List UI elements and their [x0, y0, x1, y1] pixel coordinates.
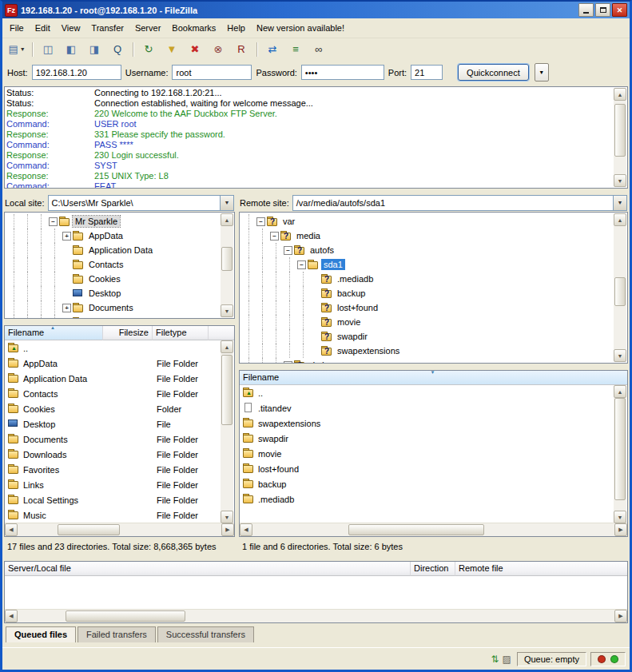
scroll-right-button[interactable]: ▶: [221, 523, 234, 536]
remote-tree-item-sda1[interactable]: −sda1: [240, 257, 613, 272]
scroll-up-button[interactable]: ▲: [614, 213, 626, 226]
remote-file-row-mediadb[interactable]: .mediadb: [240, 491, 614, 507]
local-file-row-music[interactable]: MusicFile Folder: [5, 507, 221, 523]
remote-tree-item-lost-found[interactable]: ?lost+found: [240, 300, 613, 315]
scroll-down-button[interactable]: ▼: [221, 511, 233, 523]
directory-comparison-button[interactable]: ⇄: [261, 40, 284, 59]
scroll-track[interactable]: [18, 523, 221, 536]
filter-button[interactable]: ▼: [161, 40, 183, 59]
vertical-scrollbar[interactable]: ▲▼: [614, 88, 626, 187]
toggle-local-tree-button[interactable]: ◧: [60, 40, 82, 59]
local-tree-item-downloads[interactable]: +Downloads: [6, 315, 220, 319]
remote-tree-item-var[interactable]: −?var: [240, 214, 613, 229]
expander-minus-icon[interactable]: −: [283, 246, 293, 255]
find-files-button[interactable]: ∞: [308, 40, 330, 59]
local-tree-item-documents[interactable]: +Documents: [6, 300, 220, 315]
vertical-scrollbar[interactable]: ▲▼: [221, 213, 233, 317]
quickconnect-dropdown-button[interactable]: ▼: [535, 63, 549, 82]
local-file-row-local-settings[interactable]: Local SettingsFile Folder: [5, 492, 221, 507]
tab-successful-transfers[interactable]: Successful transfers: [157, 626, 254, 642]
menu-item-edit[interactable]: Edit: [30, 21, 56, 35]
local-file-row-application-data[interactable]: Application DataFile Folder: [5, 371, 221, 386]
local-file-row-documents[interactable]: DocumentsFile Folder: [5, 431, 221, 447]
local-tree-item-application-data[interactable]: Application Data: [6, 243, 220, 257]
column-header-server-local-file[interactable]: Server/Local file: [5, 562, 411, 576]
expander-plus-icon[interactable]: +: [62, 318, 72, 320]
column-header-filename[interactable]: Filename ▲: [5, 326, 103, 340]
username-input[interactable]: [172, 65, 252, 80]
horizontal-scrollbar[interactable]: ◀▶: [5, 523, 234, 536]
quickconnect-button[interactable]: Quickconnect: [458, 64, 529, 81]
horizontal-scrollbar[interactable]: ◀▶: [5, 609, 627, 622]
local-file-row-links[interactable]: LinksFile Folder: [5, 477, 221, 492]
vertical-scrollbar[interactable]: ▲▼: [221, 340, 233, 523]
menu-item-server[interactable]: Server: [129, 21, 166, 35]
scroll-down-button[interactable]: ▼: [221, 304, 233, 317]
local-file-row-appdata[interactable]: AppDataFile Folder: [5, 356, 221, 371]
remote-file-row-lost-found[interactable]: lost+found: [240, 461, 614, 476]
scroll-track[interactable]: [252, 523, 614, 536]
menu-item-transfer[interactable]: Transfer: [85, 21, 129, 35]
remote-tree-item-swapdir[interactable]: ?swapdir: [240, 329, 613, 344]
local-file-row-[interactable]: ▲..: [5, 340, 221, 356]
scroll-thumb[interactable]: [348, 524, 484, 535]
remote-tree-item-mediadb[interactable]: ?.mediadb: [240, 272, 613, 286]
local-file-row-desktop[interactable]: DesktopFile: [5, 416, 221, 431]
scroll-up-button[interactable]: ▲: [614, 88, 626, 101]
scroll-down-button[interactable]: ▼: [614, 174, 626, 187]
remote-tree-item-dvd[interactable]: +?dvd: [240, 358, 613, 364]
scroll-track[interactable]: [221, 353, 233, 511]
synchronized-browsing-button[interactable]: ≡: [284, 40, 307, 59]
disconnect-button[interactable]: ⊗: [207, 40, 229, 59]
local-file-row-downloads[interactable]: DownloadsFile Folder: [5, 447, 221, 462]
remote-tree-item-movie[interactable]: ?movie: [240, 315, 613, 329]
site-manager-button[interactable]: ▤▼: [6, 40, 28, 59]
host-input[interactable]: [32, 65, 121, 80]
local-tree-item-cookies[interactable]: Cookies: [6, 272, 220, 286]
toggle-remote-tree-button[interactable]: ◨: [83, 40, 105, 59]
scroll-thumb[interactable]: [614, 104, 626, 157]
title-bar[interactable]: Fz 192.168.1.20 - root@192.168.1.20 - Fi…: [2, 2, 630, 18]
expander-minus-icon[interactable]: −: [48, 217, 58, 226]
scroll-up-button[interactable]: ▲: [221, 340, 233, 353]
scroll-track[interactable]: [221, 226, 233, 304]
remote-tree-item-media[interactable]: −?media: [240, 229, 613, 243]
scroll-left-button[interactable]: ◀: [240, 523, 252, 536]
scroll-thumb[interactable]: [58, 524, 120, 535]
column-header-filetype[interactable]: Filetype: [153, 326, 209, 340]
scroll-thumb[interactable]: [221, 247, 233, 271]
local-site-combobox[interactable]: C:\Users\Mr Sparkle\ ▼: [48, 195, 234, 211]
tab-failed-transfers[interactable]: Failed transfers: [78, 626, 156, 642]
menu-item-view[interactable]: View: [56, 21, 86, 35]
menu-item-help[interactable]: Help: [221, 21, 251, 35]
maximize-button[interactable]: [595, 3, 610, 17]
remote-file-row-movie[interactable]: movie: [240, 446, 614, 461]
scroll-right-button[interactable]: ▶: [614, 610, 627, 622]
vertical-scrollbar[interactable]: ▲▼: [614, 385, 626, 523]
remote-site-combobox[interactable]: /var/media/autofs/sda1 ▼: [292, 195, 627, 211]
menu-item-new-version-available[interactable]: New version available!: [251, 21, 350, 35]
column-header-filename[interactable]: Filename ▼: [240, 371, 627, 385]
scroll-right-button[interactable]: ▶: [614, 523, 627, 536]
expander-minus-icon[interactable]: −: [296, 260, 307, 269]
close-button[interactable]: ✕: [612, 3, 627, 17]
reconnect-button[interactable]: R: [230, 40, 252, 59]
local-tree-item-mr-sparkle[interactable]: −Mr Sparkle: [6, 214, 220, 229]
expander-plus-icon[interactable]: +: [62, 304, 72, 312]
scroll-track[interactable]: [614, 226, 626, 349]
local-pane-splitter[interactable]: [4, 319, 235, 325]
remote-tree-item-backup[interactable]: ?backup: [240, 286, 613, 300]
password-input[interactable]: [301, 65, 384, 80]
remote-file-row-swapextensions[interactable]: swapextensions: [240, 416, 614, 431]
local-file-row-favorites[interactable]: FavoritesFile Folder: [5, 462, 221, 477]
scroll-thumb[interactable]: [614, 398, 626, 500]
expander-minus-icon[interactable]: −: [256, 217, 266, 226]
expander-plus-icon[interactable]: +: [62, 232, 72, 241]
scroll-up-button[interactable]: ▲: [221, 213, 233, 226]
scroll-thumb[interactable]: [614, 277, 626, 306]
toggle-message-log-button[interactable]: ◫: [37, 40, 59, 59]
scroll-down-button[interactable]: ▼: [614, 511, 626, 523]
remote-tree-item-autofs[interactable]: −?autofs: [240, 243, 613, 257]
column-header-remote-file[interactable]: Remote file: [455, 562, 627, 576]
column-header-direction[interactable]: Direction: [411, 562, 455, 576]
